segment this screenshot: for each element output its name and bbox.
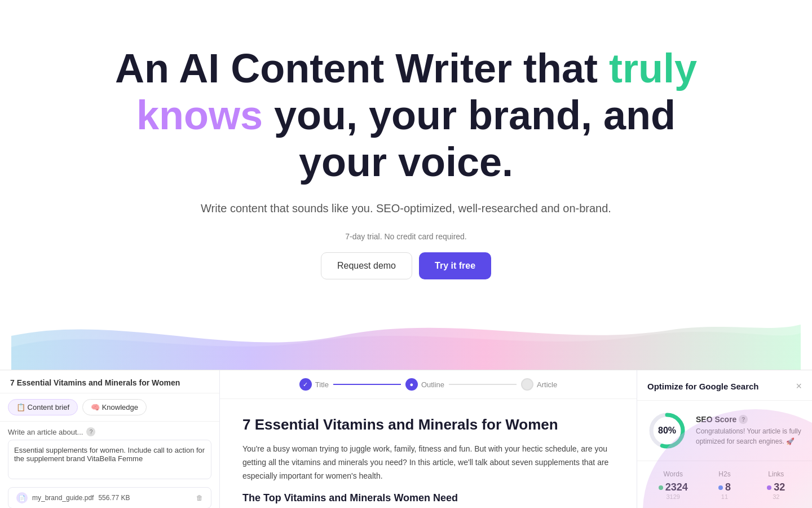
- step-article-circle: [521, 378, 533, 391]
- step-line-1: [333, 384, 401, 385]
- h2s-label: H2s: [699, 470, 750, 478]
- words-value: 2324: [647, 481, 699, 493]
- step-title-circle: ✓: [299, 378, 312, 391]
- words-dot: [659, 485, 663, 490]
- cta-buttons: Request demo Try it free: [11, 252, 801, 279]
- progress-bar-area: ✓ Title ● Outline Article: [220, 370, 637, 399]
- textarea-wrapper: Essential supplements for women. Include…: [0, 440, 219, 487]
- step-outline-label: Outline: [421, 380, 444, 389]
- article-area: 7 Essential Vitamins and Minerals for Wo…: [220, 399, 637, 508]
- wave-decoration: [11, 302, 801, 370]
- links-target: 32: [751, 493, 802, 500]
- headline-part1: An AI Content Writer that: [115, 46, 609, 91]
- stat-h2s: H2s 8 11: [699, 470, 750, 500]
- links-label: Links: [751, 470, 802, 478]
- score-text-area: SEO Score ? Congratulations! Your articl…: [696, 415, 802, 446]
- donut-label: 80%: [658, 426, 676, 436]
- bottom-ui: 7 Essential Vitamins and Minerals for Wo…: [0, 370, 812, 508]
- step-outline: ● Outline: [405, 378, 444, 391]
- right-panel: Optimize for Google Search × 80% SEO Sco…: [637, 370, 812, 508]
- file-delete-icon[interactable]: 🗑: [196, 494, 203, 502]
- article-title: 7 Essential Vitamins and Minerals for Wo…: [242, 416, 614, 433]
- words-target: 3129: [647, 493, 699, 500]
- score-heading: SEO Score ?: [696, 415, 802, 424]
- headline-part2: you, your brand, and your voice.: [263, 93, 676, 185]
- tab-knowledge[interactable]: 🧠 Knowledge: [82, 399, 147, 415]
- headline-truly: truly: [609, 46, 697, 91]
- seo-header: Optimize for Google Search ×: [637, 370, 812, 401]
- content-textarea[interactable]: Essential supplements for women. Include…: [8, 440, 211, 479]
- stat-words: Words 2324 3129: [647, 470, 699, 500]
- step-title: ✓ Title: [299, 378, 329, 391]
- panel-title: 7 Essential Vitamins and Minerals for Wo…: [0, 370, 219, 393]
- close-seo-panel-button[interactable]: ×: [796, 380, 802, 392]
- middle-panel: ✓ Title ● Outline Article 7 Essential Vi…: [220, 370, 637, 508]
- trial-text: 7-day trial. No credit card required.: [11, 232, 801, 241]
- seo-score-donut: 80%: [647, 411, 687, 450]
- hero-section: An AI Content Writer that truly knows yo…: [0, 0, 812, 370]
- left-panel: 7 Essential Vitamins and Minerals for Wo…: [0, 370, 220, 508]
- file-name: my_brand_guide.pdf: [32, 494, 94, 502]
- request-demo-button[interactable]: Request demo: [321, 252, 412, 279]
- step-article: Article: [521, 378, 557, 391]
- article-h2-1: The Top Vitamins and Minerals Women Need: [242, 492, 614, 504]
- stat-links: Links 32 32: [751, 470, 802, 500]
- stats-row: Words 2324 3129 H2s 8 11 Links 3: [637, 461, 812, 508]
- file-size: 556.77 KB: [98, 494, 130, 502]
- words-label: Words: [647, 470, 699, 478]
- score-info-icon: ?: [739, 415, 748, 424]
- write-label: Write an article about... ?: [0, 422, 219, 440]
- h2s-value: 8: [699, 481, 750, 493]
- h2s-dot: [718, 485, 723, 490]
- score-desc: Congratulations! Your article is fully o…: [696, 426, 802, 446]
- tab-row: 📋 Content brief 🧠 Knowledge: [0, 393, 219, 422]
- write-info-icon: ?: [86, 427, 95, 436]
- seo-panel-title: Optimize for Google Search: [647, 382, 759, 391]
- main-headline: An AI Content Writer that truly knows yo…: [96, 45, 716, 185]
- file-row: 📄 my_brand_guide.pdf 556.77 KB 🗑: [8, 487, 211, 508]
- step-line-2: [449, 384, 517, 385]
- headline-knows: knows: [136, 93, 263, 138]
- subheadline: Write content that sounds like you. SEO-…: [11, 202, 801, 215]
- file-icon: 📄: [16, 492, 28, 503]
- links-dot: [767, 485, 771, 490]
- step-outline-circle: ●: [405, 378, 418, 391]
- step-title-label: Title: [315, 380, 329, 389]
- h2s-target: 11: [699, 493, 750, 500]
- step-article-label: Article: [537, 380, 557, 389]
- article-body-1: You're a busy woman trying to juggle wor…: [242, 443, 614, 483]
- tab-content-brief[interactable]: 📋 Content brief: [8, 399, 78, 415]
- links-value: 32: [751, 481, 802, 493]
- seo-score-area: 80% SEO Score ? Congratulations! Your ar…: [637, 401, 812, 461]
- try-it-free-button[interactable]: Try it free: [419, 252, 491, 279]
